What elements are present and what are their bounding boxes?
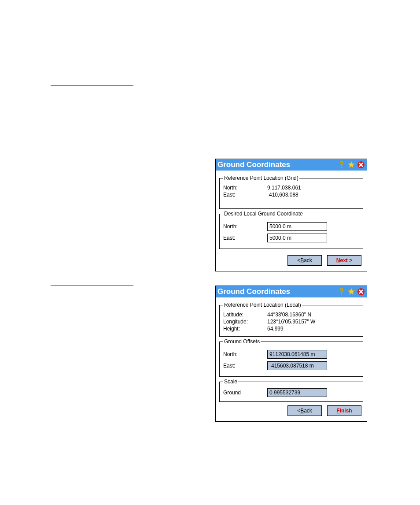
- help-icon[interactable]: [338, 161, 346, 169]
- decorative-rule-2: [51, 286, 133, 286]
- east-row: East: -410,603.088: [223, 192, 359, 198]
- ground-coordinates-dialog-1: Ground Coordinates Reference Point Locat…: [215, 159, 367, 271]
- east-input-row: East:: [223, 234, 359, 242]
- group-legend: Reference Point Location (Grid): [223, 175, 299, 181]
- east-label: East:: [223, 235, 267, 241]
- next-button[interactable]: Next >: [327, 255, 361, 266]
- next-suffix: ext >: [340, 257, 352, 264]
- desired-local-ground-group: Desired Local Ground Coordinate North: E…: [219, 211, 363, 249]
- east-label: East:: [223, 192, 267, 198]
- ground-coordinates-dialog-2: Ground Coordinates Reference Point Locat…: [215, 286, 367, 286]
- close-icon[interactable]: [357, 161, 365, 169]
- titlebar: Ground Coordinates: [216, 159, 367, 171]
- back-suffix: ack: [304, 257, 312, 264]
- favorite-icon[interactable]: [347, 161, 355, 169]
- svg-point-0: [341, 167, 343, 168]
- back-prefix: <: [297, 257, 300, 264]
- north-label: North:: [223, 223, 267, 230]
- north-value: 9,117,038.061: [267, 185, 301, 191]
- titlebar-icons: [338, 161, 365, 169]
- north-input-row: North:: [223, 222, 359, 231]
- group-legend: Desired Local Ground Coordinate: [223, 211, 304, 217]
- spacer: [223, 199, 359, 205]
- dialog-body: Reference Point Location (Grid) North: 9…: [216, 171, 367, 271]
- north-label: North:: [223, 185, 267, 191]
- button-row: < Back Next >: [218, 251, 364, 268]
- decorative-rule-1: [51, 85, 133, 85]
- dialog-title: Ground Coordinates: [217, 160, 290, 169]
- north-input[interactable]: [267, 222, 327, 231]
- north-row: North: 9,117,038.061: [223, 185, 359, 191]
- east-value: -410,603.088: [267, 192, 298, 198]
- east-input[interactable]: [267, 234, 327, 242]
- back-button[interactable]: < Back: [287, 255, 322, 266]
- back-underline: B: [300, 257, 304, 264]
- next-underline: N: [336, 257, 340, 264]
- reference-point-grid-group: Reference Point Location (Grid) North: 9…: [219, 175, 363, 209]
